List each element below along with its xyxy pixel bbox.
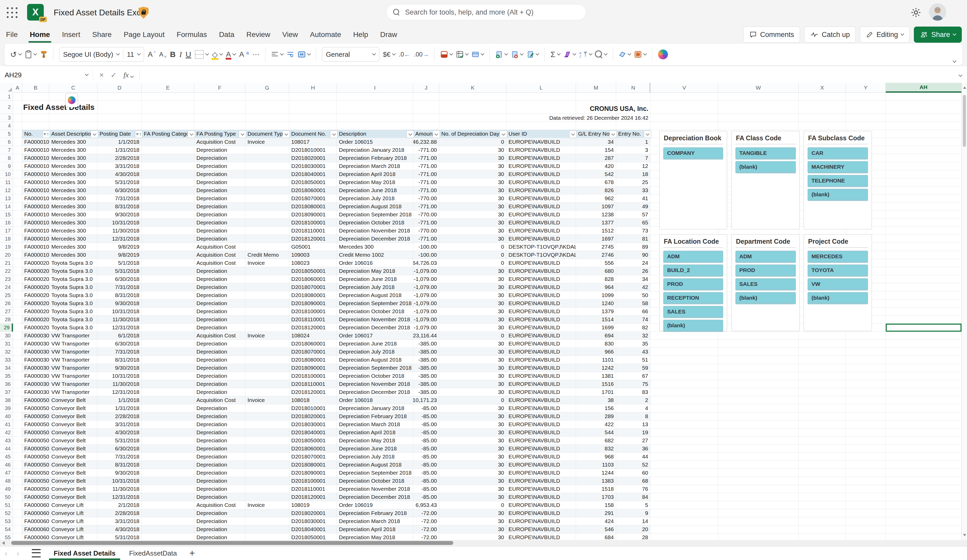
cell[interactable]: 544 xyxy=(576,428,616,436)
cell[interactable]: Acquisition Cost xyxy=(194,251,246,259)
cell[interactable]: Toyota Supra 3.0 xyxy=(49,308,97,316)
cell[interactable] xyxy=(22,114,49,122)
cell[interactable]: 36 xyxy=(616,445,650,453)
row-header-39[interactable]: 39 xyxy=(0,404,13,412)
cell[interactable] xyxy=(13,477,22,485)
cell[interactable]: FA000010 xyxy=(22,235,49,243)
slicer-item[interactable]: SALES xyxy=(735,278,796,290)
slicer-item[interactable]: TOYOTA xyxy=(808,265,868,276)
cell[interactable] xyxy=(13,114,22,122)
slicer-item[interactable]: (blank) xyxy=(735,161,796,173)
cell[interactable]: D2018120001 xyxy=(289,235,337,243)
cell[interactable] xyxy=(650,509,718,517)
cell[interactable] xyxy=(289,93,337,101)
cell[interactable]: Conveyor Belt xyxy=(49,436,97,445)
cell[interactable]: 35 xyxy=(616,340,650,348)
cell[interactable]: 826 xyxy=(576,186,616,194)
cell[interactable]: 3/31/2018 xyxy=(97,162,142,170)
cell[interactable]: FA000020 xyxy=(22,267,49,275)
cell[interactable] xyxy=(846,348,886,356)
cell[interactable] xyxy=(799,509,846,517)
cell[interactable] xyxy=(142,388,194,396)
cell[interactable] xyxy=(13,348,22,356)
cell[interactable] xyxy=(142,485,194,493)
cell[interactable] xyxy=(650,101,718,114)
cell[interactable]: D2018080001 xyxy=(289,292,337,300)
cell[interactable] xyxy=(886,517,962,525)
cell[interactable] xyxy=(718,372,799,380)
cell[interactable] xyxy=(246,170,289,178)
cell[interactable] xyxy=(246,364,289,372)
cell[interactable]: 6/1/2018 xyxy=(97,332,142,340)
cell[interactable] xyxy=(13,525,22,534)
cell[interactable]: FA000020 xyxy=(22,324,49,332)
cell[interactable]: Toyota Supra 3.0 xyxy=(49,259,97,267)
cell[interactable] xyxy=(246,162,289,170)
cell[interactable]: EUROPE\NAVBUILD xyxy=(507,235,576,243)
cell[interactable]: 30 xyxy=(439,219,507,227)
cell[interactable]: -85.00 xyxy=(413,436,439,445)
cell[interactable]: Acquisition Cost xyxy=(194,332,246,340)
cell[interactable]: Depreciation September 2018 xyxy=(337,469,413,477)
cell[interactable] xyxy=(246,227,289,235)
cell[interactable]: 30 xyxy=(439,162,507,170)
cell[interactable]: EUROPE\NAVBUILD xyxy=(507,275,576,283)
cell[interactable]: Mercedes 300 xyxy=(337,243,413,251)
data-retrieved-cell[interactable]: Data retrieved: 26 December 2024 16:42 xyxy=(391,115,649,121)
cell[interactable]: 30 xyxy=(439,300,507,308)
cell[interactable]: 30 xyxy=(439,267,507,275)
cell[interactable]: -771.00 xyxy=(413,186,439,194)
tabs-next-chevron[interactable]: › xyxy=(12,549,24,558)
cell[interactable] xyxy=(142,477,194,485)
row-header-9[interactable]: 9 xyxy=(0,162,13,170)
formula-input[interactable] xyxy=(140,67,959,83)
cell[interactable] xyxy=(142,493,194,501)
row-header-25[interactable]: 25 xyxy=(0,292,13,300)
cell[interactable] xyxy=(97,114,142,122)
cell[interactable] xyxy=(13,485,22,493)
cell[interactable]: Depreciation xyxy=(194,412,246,420)
row-header-53[interactable]: 53 xyxy=(0,517,13,525)
cell[interactable]: EUROPE\NAVBUILD xyxy=(507,517,576,525)
cell[interactable]: Depreciation xyxy=(194,380,246,388)
cell[interactable]: EUROPE\NAVBUILD xyxy=(507,380,576,388)
cell[interactable]: Conveyor Belt xyxy=(49,404,97,412)
cell[interactable] xyxy=(142,453,194,461)
cell[interactable] xyxy=(650,122,718,130)
cell[interactable]: 19 xyxy=(616,428,650,436)
cell[interactable]: Toyota Supra 3.0 xyxy=(49,292,97,300)
cell[interactable] xyxy=(886,509,962,517)
cell[interactable]: Toyota Supra 3.0 xyxy=(49,267,97,275)
row-header-29[interactable]: 29 xyxy=(0,324,13,332)
cell[interactable]: 20 xyxy=(616,525,650,534)
cell[interactable]: Toyota Supra 3.0 xyxy=(49,275,97,283)
cell[interactable]: Depreciation October 2018 xyxy=(337,308,413,316)
row-header-6[interactable]: 6 xyxy=(0,138,13,146)
cell[interactable]: 30 xyxy=(439,372,507,380)
table-header-cell[interactable]: Document No. xyxy=(289,130,337,138)
cell[interactable]: EUROPE\NAVBUILD xyxy=(507,445,576,453)
cell[interactable]: EUROPE\NAVBUILD xyxy=(507,324,576,332)
cell[interactable]: -1,079.00 xyxy=(413,316,439,324)
cell[interactable] xyxy=(799,372,846,380)
cell[interactable]: 12 xyxy=(616,162,650,170)
cell[interactable]: Depreciation May 2018 xyxy=(337,534,413,540)
cell[interactable] xyxy=(799,122,846,130)
slicer-item[interactable]: SALES xyxy=(663,306,723,317)
sheet-title-cell[interactable]: Fixed Asset Details xyxy=(23,103,94,112)
cell[interactable] xyxy=(799,477,846,485)
cell[interactable]: 68 xyxy=(616,477,650,485)
cell[interactable]: Conveyor Lift xyxy=(49,509,97,517)
row-header-5[interactable]: 5 xyxy=(0,130,13,138)
cell[interactable]: -85.00 xyxy=(413,461,439,469)
cell[interactable]: Depreciation March 2018 xyxy=(337,162,413,170)
cell[interactable] xyxy=(886,420,962,428)
cell[interactable]: 33 xyxy=(616,186,650,194)
cell[interactable]: 108024 xyxy=(289,332,337,340)
column-header-K[interactable]: K xyxy=(439,83,507,93)
scroll-left-arrow[interactable] xyxy=(2,541,5,545)
cell[interactable]: 30 xyxy=(439,308,507,316)
cell[interactable] xyxy=(13,428,22,436)
cell[interactable]: EUROPE\NAVBUILD xyxy=(507,194,576,203)
cell[interactable]: FA000030 xyxy=(22,388,49,396)
